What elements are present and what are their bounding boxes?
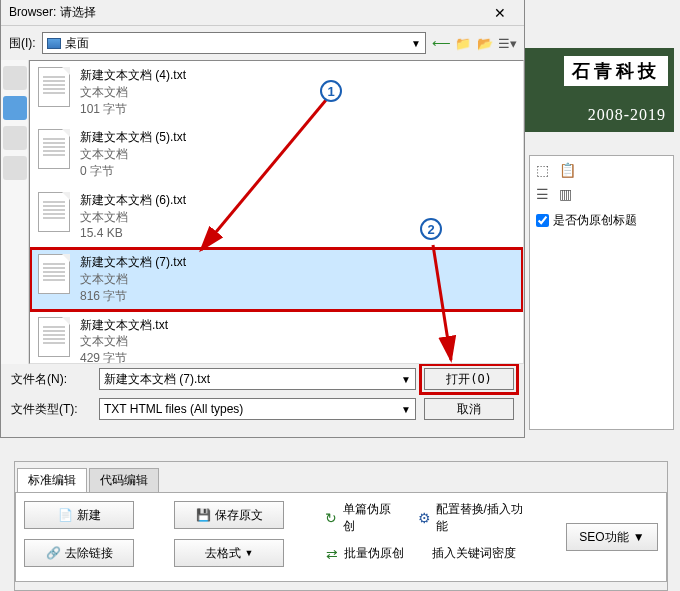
filetype-value: TXT HTML files (All types) bbox=[104, 402, 243, 416]
doc-icon: 📄 bbox=[58, 508, 73, 522]
tabs: 标准编辑 代码编辑 bbox=[17, 468, 667, 492]
bottom-area: 标准编辑 代码编辑 📄新建 🔗去除链接 💾保存原文 去格式▼ ↻单篇伪原创 ⚙配… bbox=[14, 461, 668, 591]
keyword-density-label: 插入关键词密度 bbox=[432, 545, 516, 562]
file-list[interactable]: 新建文本文档 (4).txt 文本文档 101 字节 新建文本文档 (5).tx… bbox=[29, 60, 524, 364]
file-size: 0 字节 bbox=[80, 163, 186, 180]
filename-input[interactable]: 新建文本文档 (7).txt ▼ bbox=[99, 368, 416, 390]
look-in-label: 围(I): bbox=[9, 35, 36, 52]
file-size: 816 字节 bbox=[80, 288, 186, 305]
file-icon bbox=[38, 317, 70, 357]
list-icon[interactable]: ☰ bbox=[536, 186, 549, 202]
save-icon: 💾 bbox=[196, 508, 211, 522]
chevron-down-icon: ▼ bbox=[401, 404, 411, 415]
right-panel: ⬚ 📋 ☰ ▥ 是否伪原创标题 bbox=[529, 155, 674, 430]
year-range: 2008-2019 bbox=[588, 106, 666, 124]
file-icon bbox=[38, 129, 70, 169]
desktop-icon bbox=[47, 38, 61, 49]
back-icon[interactable]: ⟵ bbox=[432, 34, 450, 52]
close-button[interactable]: ✕ bbox=[480, 3, 520, 23]
file-name: 新建文本文档 (6).txt bbox=[80, 192, 186, 209]
look-in-row: 围(I): 桌面 ▼ ⟵ 📁 📂 ☰▾ bbox=[1, 26, 524, 60]
paste-icon[interactable]: 📋 bbox=[559, 162, 576, 178]
tab-standard-edit[interactable]: 标准编辑 bbox=[17, 468, 87, 492]
batch-pseudo-button[interactable]: ⇄批量伪原创 bbox=[324, 545, 404, 562]
align-icon[interactable]: ▥ bbox=[559, 186, 572, 202]
file-size: 429 字节 bbox=[80, 350, 168, 364]
refresh-icon: ↻ bbox=[324, 510, 339, 526]
file-type: 文本文档 bbox=[80, 146, 186, 163]
single-pseudo-button[interactable]: ↻单篇伪原创 bbox=[324, 501, 397, 535]
sidebar-desktop[interactable] bbox=[3, 96, 27, 120]
filename-label: 文件名(N): bbox=[11, 371, 91, 388]
sidebar-network[interactable] bbox=[3, 156, 27, 180]
file-item[interactable]: 新建文本文档.txt 文本文档 429 字节 bbox=[30, 311, 523, 364]
checkbox-row: 是否伪原创标题 bbox=[530, 204, 673, 237]
new-folder-icon[interactable]: 📂 bbox=[476, 34, 494, 52]
dialog-title: Browser: 请选择 bbox=[9, 4, 96, 21]
file-type: 文本文档 bbox=[80, 271, 186, 288]
annotation-marker-2: 2 bbox=[420, 218, 442, 240]
places-sidebar bbox=[1, 60, 29, 364]
config-icon: ⚙ bbox=[417, 510, 432, 526]
up-icon[interactable]: 📁 bbox=[454, 34, 472, 52]
remove-links-button[interactable]: 🔗去除链接 bbox=[24, 539, 134, 567]
file-item[interactable]: 新建文本文档 (5).txt 文本文档 0 字节 bbox=[30, 123, 523, 185]
filetype-row: 文件类型(T): TXT HTML files (All types) ▼ 取消 bbox=[1, 394, 524, 424]
look-in-value: 桌面 bbox=[65, 35, 89, 52]
tab-code-edit[interactable]: 代码编辑 bbox=[89, 468, 159, 492]
file-browser-dialog: Browser: 请选择 ✕ 围(I): 桌面 ▼ ⟵ 📁 📂 ☰▾ 新建 bbox=[0, 0, 525, 438]
chevron-down-icon: ▼ bbox=[245, 548, 254, 558]
chevron-down-icon: ▼ bbox=[411, 38, 421, 49]
tab-body: 📄新建 🔗去除链接 💾保存原文 去格式▼ ↻单篇伪原创 ⚙配置替换/插入功能 ⇄… bbox=[15, 492, 667, 582]
checkbox-label: 是否伪原创标题 bbox=[553, 212, 637, 229]
file-item[interactable]: 新建文本文档 (6).txt 文本文档 15.4 KB bbox=[30, 186, 523, 248]
file-size: 101 字节 bbox=[80, 101, 186, 118]
view-icon[interactable]: ☰▾ bbox=[498, 34, 516, 52]
filename-row: 文件名(N): 新建文本文档 (7).txt ▼ 打开(O) bbox=[1, 364, 524, 394]
annotation-marker-1: 1 bbox=[320, 80, 342, 102]
look-in-dropdown[interactable]: 桌面 ▼ bbox=[42, 32, 426, 54]
batch-icon: ⇄ bbox=[324, 546, 340, 562]
file-name: 新建文本文档 (7).txt bbox=[80, 254, 186, 271]
seo-button[interactable]: SEO功能▼ bbox=[566, 523, 658, 551]
file-name: 新建文本文档 (4).txt bbox=[80, 67, 186, 84]
config-replace-button[interactable]: ⚙配置替换/插入功能 bbox=[417, 501, 526, 535]
sidebar-computer[interactable] bbox=[3, 126, 27, 150]
file-size: 15.4 KB bbox=[80, 225, 186, 242]
file-item[interactable]: 新建文本文档 (4).txt 文本文档 101 字节 bbox=[30, 61, 523, 123]
new-button[interactable]: 📄新建 bbox=[24, 501, 134, 529]
file-icon bbox=[38, 67, 70, 107]
file-type: 文本文档 bbox=[80, 209, 186, 226]
filetype-label: 文件类型(T): bbox=[11, 401, 91, 418]
file-name: 新建文本文档.txt bbox=[80, 317, 168, 334]
file-type: 文本文档 bbox=[80, 333, 168, 350]
company-logo: 石青科技 bbox=[564, 56, 668, 86]
chevron-down-icon: ▼ bbox=[401, 374, 411, 385]
file-icon bbox=[38, 254, 70, 294]
tool-icon[interactable]: ⬚ bbox=[536, 162, 549, 178]
remove-format-button[interactable]: 去格式▼ bbox=[174, 539, 284, 567]
nav-icons: ⟵ 📁 📂 ☰▾ bbox=[432, 34, 516, 52]
file-icon bbox=[38, 192, 70, 232]
chevron-down-icon: ▼ bbox=[633, 530, 645, 544]
file-item-selected[interactable]: 新建文本文档 (7).txt 文本文档 816 字节 bbox=[30, 248, 523, 310]
pseudo-original-title-checkbox[interactable] bbox=[536, 214, 549, 227]
banner: 石青科技 2008-2019 bbox=[524, 48, 674, 132]
sidebar-recent[interactable] bbox=[3, 66, 27, 90]
link-icon: 🔗 bbox=[46, 546, 61, 560]
toolbar-icons-2: ☰ ▥ bbox=[530, 184, 673, 204]
file-type: 文本文档 bbox=[80, 84, 186, 101]
toolbar-icons-1: ⬚ 📋 bbox=[530, 156, 673, 184]
file-name: 新建文本文档 (5).txt bbox=[80, 129, 186, 146]
open-button[interactable]: 打开(O) bbox=[424, 368, 514, 390]
titlebar: Browser: 请选择 ✕ bbox=[1, 0, 524, 26]
filename-value: 新建文本文档 (7).txt bbox=[104, 371, 210, 388]
save-original-button[interactable]: 💾保存原文 bbox=[174, 501, 284, 529]
cancel-button[interactable]: 取消 bbox=[424, 398, 514, 420]
filetype-dropdown[interactable]: TXT HTML files (All types) ▼ bbox=[99, 398, 416, 420]
